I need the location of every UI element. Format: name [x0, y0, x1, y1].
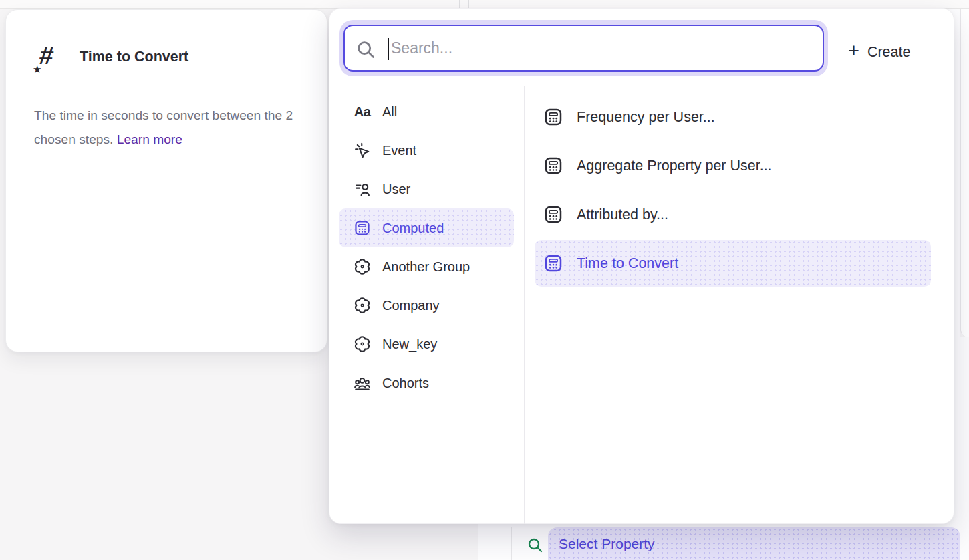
- bg-side-area: [960, 337, 969, 560]
- category-label: All: [382, 104, 397, 120]
- bg-divider: [511, 527, 512, 560]
- category-label: Computed: [382, 221, 444, 236]
- property-option-label: Attributed by...: [577, 206, 668, 223]
- computed-icon: [543, 253, 563, 273]
- property-option-aggregate-property-per-user[interactable]: Aggregate Property per User...: [535, 142, 931, 189]
- tooltip-description: The time in seconds to convert between t…: [34, 104, 299, 151]
- sidebar-item-company[interactable]: Company: [339, 286, 514, 325]
- computed-icon: [543, 107, 563, 127]
- group-flower-icon: [354, 258, 371, 275]
- learn-more-link[interactable]: Learn more: [117, 132, 182, 146]
- search-icon-green: [527, 537, 543, 553]
- sidebar-item-event[interactable]: Event: [339, 131, 514, 170]
- computed-icon: [543, 204, 563, 225]
- property-option-label: Aggregate Property per User...: [577, 158, 772, 174]
- picker-column-divider: [524, 86, 525, 524]
- category-label: Company: [382, 298, 440, 313]
- text-aa-icon: Aa: [354, 103, 371, 120]
- plus-icon: +: [848, 41, 859, 61]
- select-property-label: Select Property: [559, 536, 655, 552]
- sidebar-item-another-group[interactable]: Another Group: [339, 247, 514, 286]
- category-label: Another Group: [382, 259, 470, 275]
- select-property-pill[interactable]: Select Property: [548, 527, 960, 560]
- property-tooltip-card: # ★ Time to Convert The time in seconds …: [5, 9, 327, 352]
- property-picker-panel: + Create Aa All Event User Computed Anot…: [329, 8, 954, 524]
- property-option-attributed-by[interactable]: Attributed by...: [535, 191, 931, 238]
- star-glyph: ★: [33, 63, 41, 76]
- search-input[interactable]: [345, 26, 823, 70]
- search-field[interactable]: [343, 25, 824, 72]
- category-sidebar: Aa All Event User Computed Another Group…: [339, 92, 514, 402]
- category-label: User: [382, 182, 410, 197]
- create-button[interactable]: + Create: [848, 38, 910, 66]
- cohorts-icon: [354, 374, 371, 392]
- results-list: Frequency per User... Aggregate Property…: [535, 94, 931, 289]
- computed-icon: [354, 219, 371, 237]
- user-icon: [354, 180, 371, 198]
- sidebar-item-all[interactable]: Aa All: [339, 92, 514, 131]
- select-property-row[interactable]: Select Property: [523, 527, 960, 560]
- category-label: Event: [382, 143, 416, 158]
- numeric-property-icon: # ★: [33, 38, 65, 76]
- group-flower-icon: [354, 335, 371, 353]
- property-option-time-to-convert[interactable]: Time to Convert: [535, 240, 931, 287]
- create-button-label: Create: [867, 44, 911, 61]
- category-label: Cohorts: [382, 376, 429, 391]
- sidebar-item-user[interactable]: User: [339, 170, 514, 208]
- sidebar-item-cohorts[interactable]: Cohorts: [339, 364, 514, 402]
- computed-icon: [543, 156, 563, 176]
- bg-side-card: [960, 9, 969, 337]
- event-click-icon: [354, 142, 371, 159]
- sidebar-item-computed[interactable]: Computed: [339, 208, 514, 247]
- property-option-frequency-per-user[interactable]: Frequency per User...: [535, 94, 931, 140]
- sidebar-item-new-key[interactable]: New_key: [339, 325, 514, 364]
- group-flower-icon: [354, 297, 371, 314]
- property-option-label: Time to Convert: [577, 255, 678, 272]
- bg-divider: [497, 527, 497, 560]
- property-option-label: Frequency per User...: [577, 109, 715, 126]
- text-caret: [388, 38, 389, 60]
- category-label: New_key: [382, 337, 437, 352]
- tooltip-title: Time to Convert: [80, 49, 188, 65]
